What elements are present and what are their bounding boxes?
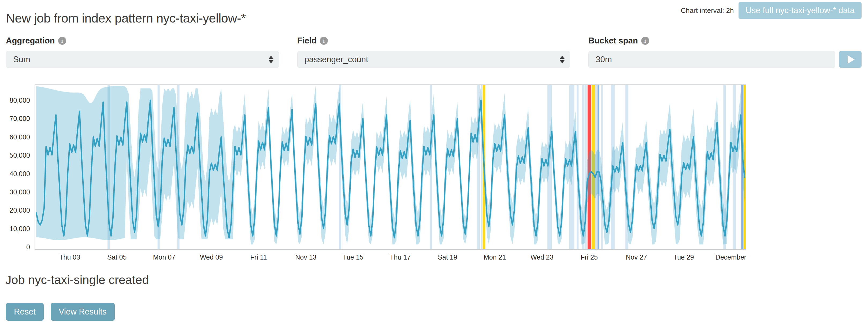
y-axis-tick-label: 30,000 <box>10 188 30 196</box>
field-label: Field <box>297 36 317 46</box>
x-axis-tick-label: Sat 19 <box>438 253 457 261</box>
field-info-icon[interactable]: i <box>320 37 328 45</box>
status-message: Job nyc-taxi-single created <box>5 273 149 287</box>
aggregation-label: Aggregation <box>6 36 55 46</box>
y-axis-tick-label: 70,000 <box>10 115 30 122</box>
field-selected-value: passenger_count <box>305 55 368 64</box>
x-axis-tick-label: Sat 05 <box>107 253 127 261</box>
field-field-group: Field i passenger_count <box>297 35 570 68</box>
y-axis-tick-label: 60,000 <box>10 133 30 141</box>
bucket-span-label: Bucket span <box>588 36 638 46</box>
view-results-button[interactable]: View Results <box>51 303 115 321</box>
topbar: Chart interval: 2h Use full nyc-taxi-yel… <box>681 2 862 19</box>
x-axis-tick-label: December <box>715 253 746 261</box>
x-axis-tick-label: Nov 13 <box>295 253 316 261</box>
chevron-up-down-icon <box>560 56 564 63</box>
x-axis-tick-label: Fri 11 <box>250 253 267 261</box>
bucket-span-label-row: Bucket span i <box>588 35 862 46</box>
x-axis-tick-label: Fri 25 <box>581 253 598 261</box>
aggregation-label-row: Aggregation i <box>6 35 279 46</box>
y-axis-tick-label: 0 <box>26 243 30 251</box>
aggregation-info-icon[interactable]: i <box>58 37 66 45</box>
aggregation-field-group: Aggregation i Sum <box>6 35 279 68</box>
x-axis-tick-label: Wed 09 <box>200 253 223 261</box>
y-axis-tick-label: 20,000 <box>10 206 30 214</box>
x-axis-tick-label: Tue 29 <box>673 253 694 261</box>
x-axis-tick-label: Mon 21 <box>484 253 506 261</box>
timeseries-svg[interactable]: 010,00020,00030,00040,00050,00060,00070,… <box>0 81 777 268</box>
x-axis-tick-label: Thu 17 <box>390 253 411 261</box>
y-axis-tick-label: 80,000 <box>10 96 30 104</box>
field-select[interactable]: passenger_count <box>297 51 570 68</box>
aggregation-selected-value: Sum <box>13 55 30 64</box>
job-settings-form: Aggregation i Sum Field i passenger_coun… <box>6 35 862 68</box>
timeseries-chart[interactable]: 010,00020,00030,00040,00050,00060,00070,… <box>0 81 777 269</box>
chart-interval-label: Chart interval: 2h <box>681 6 734 15</box>
x-axis-tick-label: Nov 27 <box>626 253 647 261</box>
x-axis-tick-label: Mon 07 <box>153 253 175 261</box>
bucket-span-field-group: Bucket span i <box>588 35 862 68</box>
y-axis-tick-label: 10,000 <box>10 225 30 233</box>
reset-button[interactable]: Reset <box>6 303 44 321</box>
x-axis-tick-label: Wed 23 <box>530 253 554 261</box>
y-axis-tick-label: 50,000 <box>10 151 30 159</box>
bucket-span-row <box>588 51 862 68</box>
field-label-row: Field i <box>297 35 570 46</box>
actions-row: Reset View Results <box>6 303 115 321</box>
bucket-span-info-icon[interactable]: i <box>641 37 649 45</box>
y-axis-tick-label: 40,000 <box>10 170 30 178</box>
bucket-span-input[interactable] <box>588 51 835 68</box>
aggregation-select[interactable]: Sum <box>6 51 279 68</box>
x-axis-tick-label: Thu 03 <box>59 253 80 261</box>
page-title: New job from index pattern nyc-taxi-yell… <box>6 11 246 26</box>
use-full-data-button[interactable]: Use full nyc-taxi-yellow-* data <box>739 2 862 19</box>
play-icon <box>848 55 855 64</box>
chevron-up-down-icon <box>269 56 273 63</box>
run-preview-button[interactable] <box>839 51 862 68</box>
model-bounds-area <box>36 86 745 244</box>
x-axis-tick-label: Tue 15 <box>343 253 364 261</box>
